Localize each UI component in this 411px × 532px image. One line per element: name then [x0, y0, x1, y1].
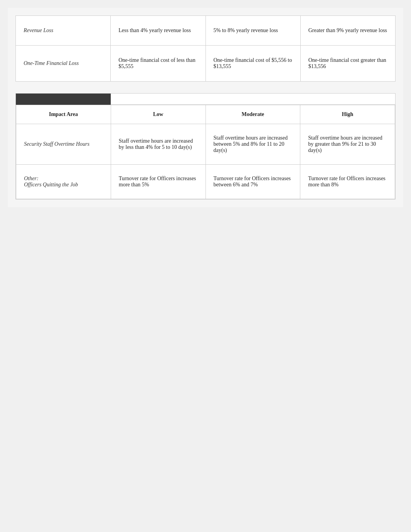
financial-row: One-Time Financial LossOne-time financia…: [16, 46, 396, 82]
financial-low: Less than 4% yearly revenue loss: [111, 16, 206, 46]
financial-high: One-time financial cost greater than $13…: [300, 46, 395, 82]
criteria-moderate-value: Staff overtime hours are increased betwe…: [206, 124, 300, 165]
criteria-col-header-impact_area: Impact Area: [16, 105, 111, 124]
criteria-high-value: Staff overtime hours are increased by gr…: [300, 124, 395, 165]
financial-table: Revenue LossLess than 4% yearly revenue …: [15, 15, 396, 82]
criteria-impact-label: Other:Officers Quitting the Job: [16, 165, 111, 199]
criteria-col-header-moderate: Moderate: [206, 105, 300, 124]
financial-label: Revenue Loss: [16, 16, 111, 46]
criteria-low-value: Turnover rate for Officers increases mor…: [111, 165, 206, 199]
financial-row: Revenue LossLess than 4% yearly revenue …: [16, 16, 396, 46]
financial-moderate: 5% to 8% yearly revenue loss: [206, 16, 300, 46]
financial-moderate: One-time financial cost of $5,556 to $13…: [206, 46, 300, 82]
financial-high: Greater than 9% yearly revenue loss: [300, 16, 395, 46]
criteria-col-header-high: High: [300, 105, 395, 124]
criteria-col-header-low: Low: [111, 105, 206, 124]
criteria-low-value: Staff overtime hours are increased by le…: [111, 124, 206, 165]
page-wrapper: Revenue LossLess than 4% yearly revenue …: [8, 8, 403, 207]
worksheet-title: [16, 94, 111, 105]
financial-label: One-Time Financial Loss: [16, 46, 111, 82]
financial-low: One-time financial cost of less than $5,…: [111, 46, 206, 82]
criteria-row: Security Staff Overtime HoursStaff overt…: [16, 124, 395, 165]
criteria-table: Impact AreaLowModerateHigh Security Staf…: [16, 105, 395, 199]
worksheet-header-row: [16, 94, 395, 105]
criteria-row: Other:Officers Quitting the JobTurnover …: [16, 165, 395, 199]
criteria-high-value: Turnover rate for Officers increases mor…: [300, 165, 395, 199]
worksheet-wrapper: Impact AreaLowModerateHigh Security Staf…: [15, 93, 396, 200]
criteria-impact-label: Security Staff Overtime Hours: [16, 124, 111, 165]
worksheet-main-header: [111, 94, 395, 105]
criteria-moderate-value: Turnover rate for Officers increases bet…: [206, 165, 300, 199]
